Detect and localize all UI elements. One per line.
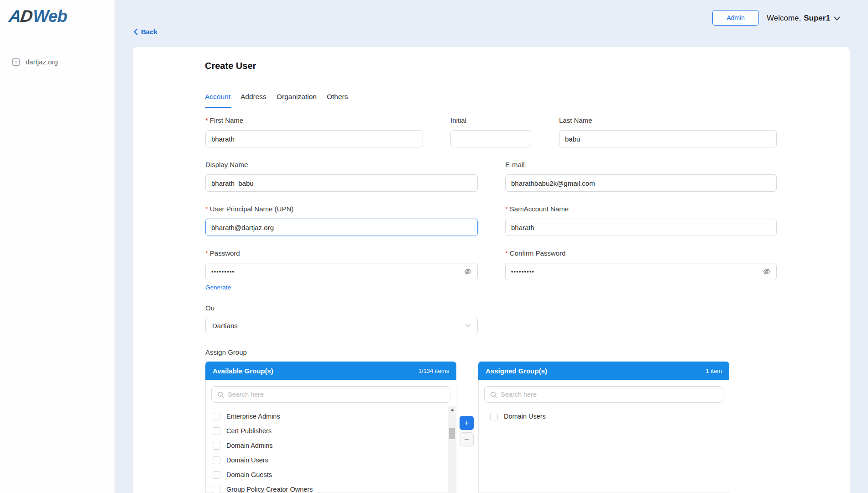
initial-input[interactable] xyxy=(450,130,531,147)
upn-input[interactable] xyxy=(205,219,478,236)
tab-account[interactable]: Account xyxy=(205,93,230,101)
assigned-groups-header: Assigned Group(s) 1 item xyxy=(478,362,729,380)
back-button[interactable]: Back xyxy=(134,28,157,36)
last-name-label: Last Name xyxy=(559,116,592,124)
last-name-input[interactable] xyxy=(559,130,777,147)
checkbox[interactable] xyxy=(213,471,220,479)
app-logo[interactable]: ADWeb xyxy=(9,5,67,28)
tab-others[interactable]: Others xyxy=(327,93,348,101)
password-label: *Password xyxy=(205,249,240,257)
checkbox[interactable] xyxy=(213,413,220,420)
chevron-down-icon xyxy=(465,324,471,327)
upn-label: *User Principal Name (UPN) xyxy=(205,205,293,213)
available-groups-header: Available Group(s) 1/134 items xyxy=(205,362,456,380)
scrollbar-up-arrow[interactable] xyxy=(448,406,456,414)
required-asterisk: * xyxy=(505,249,508,257)
welcome-text: Welcome, xyxy=(767,14,801,23)
admin-button[interactable]: Admin xyxy=(712,10,759,26)
checkbox[interactable] xyxy=(213,456,220,464)
confirm-password-label: *Confirm Password xyxy=(505,249,565,257)
first-name-input[interactable] xyxy=(205,130,423,147)
assigned-groups-count: 1 item xyxy=(706,367,722,374)
required-asterisk: * xyxy=(205,116,208,124)
samaccount-input[interactable] xyxy=(505,219,777,236)
search-icon xyxy=(490,391,497,398)
generate-password-link[interactable]: Generate xyxy=(205,284,231,291)
domain-label: dartjaz.org xyxy=(26,58,58,66)
list-scrollbar-track[interactable] xyxy=(448,406,456,493)
user-menu[interactable]: Welcome, Super1 xyxy=(767,13,840,23)
add-group-button[interactable]: + xyxy=(460,416,474,430)
ou-selected-value: Dartians xyxy=(212,322,238,330)
logo-letter-d: D xyxy=(19,7,33,26)
checkbox[interactable] xyxy=(213,427,220,435)
required-asterisk: * xyxy=(205,249,208,257)
display-name-label: Display Name xyxy=(205,161,248,168)
assign-group-label: Assign Group xyxy=(205,348,247,356)
available-groups-search[interactable] xyxy=(211,386,450,403)
tab-address[interactable]: Address xyxy=(241,93,267,101)
admin-button-label: Admin xyxy=(727,14,745,21)
password-input[interactable] xyxy=(205,263,478,280)
group-row[interactable]: Group Policy Creator Owners xyxy=(213,482,441,493)
remove-group-button[interactable]: − xyxy=(460,432,474,446)
active-tab-indicator xyxy=(205,107,231,108)
logo-web-text: Web xyxy=(33,7,67,26)
initial-label: Initial xyxy=(450,116,466,124)
eye-off-icon[interactable] xyxy=(763,267,771,276)
tabs-divider xyxy=(205,108,777,108)
username: Super1 xyxy=(804,14,830,23)
available-groups-list: Enterprise Admins Cert Publishers Domain… xyxy=(213,409,441,493)
assigned-groups-title: Assigned Group(s) xyxy=(486,367,547,375)
checkbox[interactable] xyxy=(213,486,220,493)
tree-expand-icon[interactable]: + xyxy=(12,58,20,66)
checkbox[interactable] xyxy=(213,442,220,450)
ou-label: Ou xyxy=(205,304,214,312)
eye-off-icon[interactable] xyxy=(464,267,472,276)
group-row[interactable]: Domain Admins xyxy=(213,438,441,453)
group-row[interactable]: Domain Users xyxy=(213,453,441,467)
required-asterisk: * xyxy=(505,205,508,213)
available-groups-search-input[interactable] xyxy=(228,391,444,398)
group-row[interactable]: Enterprise Admins xyxy=(213,409,441,424)
email-label: E-mail xyxy=(505,161,525,168)
group-row[interactable]: Cert Publishers xyxy=(213,424,441,438)
back-label: Back xyxy=(141,28,157,36)
scrollbar-thumb[interactable] xyxy=(449,428,455,439)
checkbox[interactable] xyxy=(490,413,498,420)
chevron-down-icon xyxy=(834,16,840,21)
assigned-groups-list: Domain Users xyxy=(490,409,718,424)
available-groups-count: 1/134 items xyxy=(418,367,449,374)
group-row[interactable]: Domain Guests xyxy=(213,467,441,482)
display-name-input[interactable] xyxy=(205,174,478,192)
available-groups-title: Available Group(s) xyxy=(213,367,273,375)
assigned-groups-search[interactable] xyxy=(484,386,723,403)
search-icon xyxy=(217,391,224,398)
ou-select[interactable]: Dartians xyxy=(205,317,478,334)
sidebar: ADWeb + dartjaz.org xyxy=(0,0,115,493)
group-row[interactable]: Domain Users xyxy=(490,409,718,424)
sidebar-item-domain[interactable]: + dartjaz.org xyxy=(0,54,115,70)
email-input[interactable] xyxy=(505,174,777,192)
samaccount-label: *SamAccount Name xyxy=(505,205,569,213)
page-title: Create User xyxy=(205,61,256,71)
confirm-password-input[interactable] xyxy=(505,263,777,280)
tab-organization[interactable]: Organization xyxy=(277,93,317,101)
chevron-left-icon xyxy=(134,28,138,35)
required-asterisk: * xyxy=(205,205,208,213)
assigned-groups-search-input[interactable] xyxy=(501,391,717,398)
first-name-label: *First Name xyxy=(205,116,243,124)
